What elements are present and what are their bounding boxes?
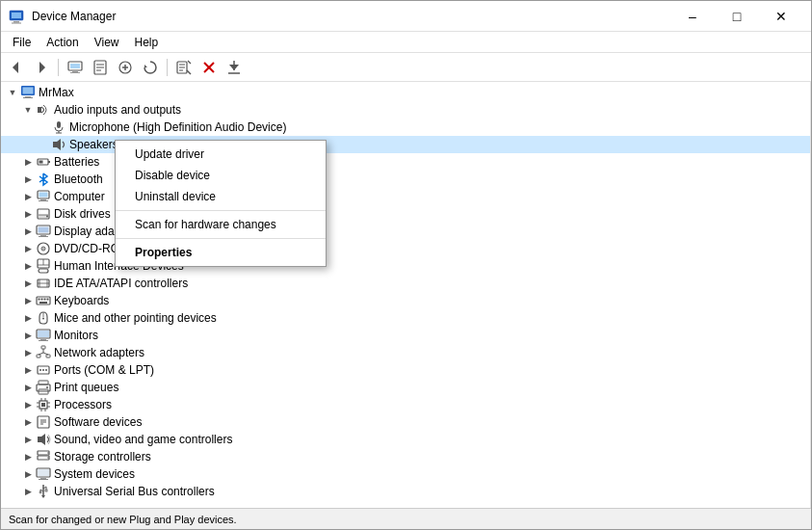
computer-button[interactable] [64, 57, 87, 78]
expand-mice[interactable]: ▶ [20, 310, 36, 326]
icon-audio [36, 102, 51, 118]
toolbar-sep-1 [58, 59, 59, 76]
toolbar-sep-2 [167, 59, 168, 76]
svg-rect-40 [39, 161, 43, 164]
tree-label-usb: Universal Serial Bus controllers [54, 485, 215, 498]
minimize-button[interactable]: – [670, 1, 715, 32]
expand-audio[interactable]: ▼ [20, 102, 36, 118]
maximize-button[interactable]: □ [715, 1, 759, 32]
svg-rect-32 [23, 97, 33, 98]
tree-item-microphone[interactable]: ▶ Microphone (High Definition Audio Devi… [1, 119, 810, 136]
ctx-update-driver[interactable]: Update driver [116, 144, 326, 165]
tree-item-processors[interactable]: ▶ Processors [1, 396, 810, 413]
svg-line-22 [188, 61, 191, 64]
svg-point-85 [45, 369, 47, 371]
icon-dvd [36, 241, 51, 256]
expand-ports[interactable]: ▶ [20, 362, 36, 378]
back-button[interactable] [5, 57, 28, 78]
ctx-scan-hardware[interactable]: Scan for hardware changes [116, 214, 326, 235]
menu-file[interactable]: File [5, 34, 39, 51]
svg-point-55 [42, 248, 44, 250]
tree-item-sound[interactable]: ▶ Sound, video and game controllers [1, 431, 810, 448]
tree-item-ide[interactable]: ▶ IDE ATA/ATAPI controllers [1, 275, 810, 292]
icon-print [36, 380, 51, 395]
menu-action[interactable]: Action [39, 34, 86, 51]
tree-item-mrmax[interactable]: ▼ MrMax [1, 84, 810, 101]
expand-keyboards[interactable]: ▶ [20, 293, 36, 308]
icon-sound [36, 432, 51, 447]
update-driver-button[interactable] [114, 57, 137, 78]
tree-label-mice: Mice and other pointing devices [54, 311, 217, 325]
svg-rect-44 [39, 200, 48, 201]
expand-processors[interactable]: ▶ [20, 397, 36, 412]
tree-item-keyboards[interactable]: ▶ Keyboards [1, 292, 810, 309]
ctx-disable-device[interactable]: Disable device [116, 165, 326, 186]
menu-view[interactable]: View [87, 34, 127, 51]
close-button[interactable]: ✕ [759, 1, 803, 32]
tree-item-print[interactable]: ▶ Print queues [1, 379, 810, 396]
expand-batteries[interactable]: ▶ [20, 154, 36, 170]
tree-item-ports[interactable]: ▶ Ports (COM & LPT) [1, 361, 810, 379]
tree-item-mice[interactable]: ▶ Mice and other pointing devices [1, 309, 810, 327]
expand-software[interactable]: ▶ [20, 414, 36, 430]
svg-rect-51 [40, 235, 46, 236]
icon-usb [36, 484, 51, 499]
properties-button[interactable] [89, 57, 112, 78]
tree-item-usb[interactable]: ▶ Universal Serial Bus controllers [1, 483, 810, 500]
tree-item-storage[interactable]: ▶ Storage controllers [1, 448, 810, 465]
svg-rect-7 [70, 64, 80, 68]
expand-usb[interactable]: ▶ [20, 484, 36, 499]
download-button[interactable] [223, 57, 246, 78]
window-title: Device Manager [32, 10, 670, 23]
svg-point-89 [46, 386, 48, 388]
status-bar: Scan for changed or new Plug and Play de… [1, 508, 811, 529]
tree-label-audio: Audio inputs and outputs [54, 103, 181, 117]
expand-display[interactable]: ▶ [20, 224, 36, 239]
svg-rect-50 [39, 227, 49, 233]
svg-point-108 [47, 457, 49, 459]
svg-line-81 [43, 353, 48, 355]
icon-display [36, 224, 51, 239]
tree-item-software[interactable]: ▶ Software devices [1, 413, 810, 431]
expand-system[interactable]: ▶ [20, 466, 36, 482]
expand-computer[interactable]: ▶ [20, 189, 36, 204]
svg-rect-9 [70, 72, 80, 73]
tree-label-batteries: Batteries [54, 155, 99, 169]
expand-hid[interactable]: ▶ [20, 258, 36, 274]
svg-point-47 [46, 216, 48, 218]
expand-monitors[interactable]: ▶ [20, 328, 36, 343]
ctx-properties[interactable]: Properties [116, 242, 326, 263]
expand-dvd[interactable]: ▶ [20, 241, 36, 256]
expand-print[interactable]: ▶ [20, 380, 36, 395]
expand-ide[interactable]: ▶ [20, 276, 36, 291]
icon-processors [36, 397, 51, 412]
forward-button[interactable] [30, 57, 53, 78]
icon-bluetooth [36, 172, 51, 187]
menu-help[interactable]: Help [127, 34, 167, 51]
expand-diskdrives[interactable]: ▶ [20, 206, 36, 222]
menu-bar: File Action View Help [1, 32, 811, 53]
uninstall-button[interactable] [197, 57, 221, 78]
svg-rect-34 [57, 121, 61, 128]
ctx-uninstall-device[interactable]: Uninstall device [116, 186, 326, 207]
expand-bluetooth[interactable]: ▶ [20, 172, 36, 187]
svg-rect-2 [13, 21, 19, 23]
tree-label-sound: Sound, video and game controllers [54, 433, 232, 446]
expand-mrmax[interactable]: ▼ [5, 85, 20, 100]
tree-label-computer: Computer [54, 190, 105, 203]
expand-network[interactable]: ▶ [20, 345, 36, 360]
svg-rect-73 [38, 331, 49, 337]
tree-item-audio[interactable]: ▼ Audio inputs and outputs [1, 101, 810, 119]
tree-label-bluetooth: Bluetooth [54, 172, 103, 186]
scan-hardware-button[interactable] [139, 57, 162, 78]
expand-sound[interactable]: ▶ [20, 432, 36, 447]
tree-item-monitors[interactable]: ▶ Monitors [1, 327, 810, 344]
svg-rect-74 [40, 339, 46, 340]
help-button[interactable] [172, 57, 196, 78]
expand-storage[interactable]: ▶ [20, 449, 36, 464]
svg-rect-33 [38, 107, 41, 113]
tree-item-system[interactable]: ▶ System devices [1, 465, 810, 483]
svg-rect-65 [39, 299, 40, 301]
svg-rect-78 [46, 355, 50, 358]
tree-item-network[interactable]: ▶ Network adapters [1, 344, 810, 361]
